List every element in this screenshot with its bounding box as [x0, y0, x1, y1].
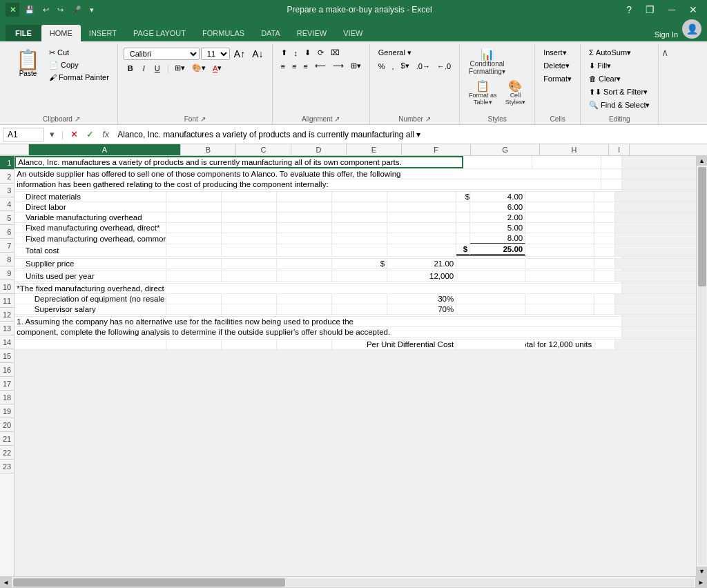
cell-b12[interactable]	[166, 259, 222, 268]
cell-h5[interactable]	[525, 192, 594, 202]
cell-b18[interactable]	[166, 304, 222, 314]
cell-b5[interactable]	[166, 192, 222, 202]
format-painter-button[interactable]: 🖌 Format Painter	[46, 72, 112, 83]
cell-g17[interactable]	[456, 294, 525, 304]
cell-a6[interactable]: Direct labor	[14, 202, 166, 212]
increase-decimal-button[interactable]: .0→	[414, 60, 433, 72]
cell-g5-value[interactable]: 4.00	[470, 192, 525, 202]
cell-a13[interactable]	[14, 269, 622, 271]
cell-f9[interactable]	[387, 233, 456, 244]
cell-b8[interactable]	[166, 223, 222, 233]
cell-f6[interactable]	[387, 202, 456, 212]
cell-h17[interactable]	[525, 294, 594, 304]
cell-a22[interactable]	[14, 337, 622, 339]
row-header-20[interactable]: 20	[0, 418, 14, 432]
cell-g6-dollar[interactable]	[456, 202, 470, 212]
cell-a1[interactable]: Alanco, Inc. manufactures a variety of p…	[14, 156, 463, 168]
col-header-a[interactable]: A	[29, 144, 181, 155]
cell-g14[interactable]	[456, 271, 525, 281]
top-align-button[interactable]: ⬆	[278, 47, 290, 59]
cell-h8[interactable]	[525, 223, 594, 233]
clear-button[interactable]: 🗑 Clear▾	[586, 73, 652, 85]
row-header-3[interactable]: 3	[0, 184, 14, 197]
cell-g5-dollar[interactable]: $	[456, 192, 470, 202]
cell-a11[interactable]	[14, 257, 622, 258]
qat-dropdown-button[interactable]: ▾	[87, 4, 97, 16]
cell-h18[interactable]	[525, 304, 594, 314]
cell-d23[interactable]	[277, 340, 332, 349]
formula-input[interactable]	[115, 128, 704, 141]
cell-a17[interactable]: Depreciation of equipment (no resale val…	[14, 294, 166, 304]
cell-e14[interactable]	[332, 271, 387, 281]
row-header-15[interactable]: 15	[0, 349, 14, 363]
cell-g23[interactable]	[456, 340, 525, 349]
cell-d6[interactable]	[277, 202, 332, 212]
cell-a9[interactable]: Fixed manufacturing overhead, common but…	[14, 233, 166, 244]
fill-color-button[interactable]: 🎨▾	[189, 62, 209, 74]
col-header-c[interactable]: C	[236, 144, 291, 155]
cell-f5[interactable]	[387, 192, 456, 202]
cell-a19[interactable]	[14, 315, 622, 316]
cell-a18[interactable]: Supervisor salary	[14, 304, 166, 314]
decrease-decimal-button[interactable]: ←.0	[434, 60, 454, 72]
font-color-button[interactable]: A▾	[210, 62, 224, 74]
row-header-19[interactable]: 19	[0, 404, 14, 418]
scroll-up-button[interactable]: ▲	[697, 156, 708, 166]
ribbon-collapse[interactable]: ∧	[659, 44, 668, 124]
cell-a3[interactable]: information has been gathered relating t…	[14, 179, 601, 189]
cell-h23[interactable]: Total for 12,000 units	[525, 340, 594, 349]
conditional-formatting-button[interactable]: 📊 ConditionalFormatting▾	[465, 47, 509, 77]
cell-c5[interactable]	[222, 192, 277, 202]
cell-d9[interactable]	[277, 233, 332, 244]
function-button[interactable]: fx	[99, 128, 112, 141]
cell-e8[interactable]	[332, 223, 387, 233]
cell-f14[interactable]: 12,000	[387, 271, 456, 281]
insert-cells-button[interactable]: Insert▾	[541, 47, 574, 59]
cell-c17[interactable]	[222, 294, 277, 304]
tab-insert[interactable]: INSERT	[81, 25, 125, 41]
cell-i17[interactable]	[594, 294, 615, 304]
row-header-17[interactable]: 17	[0, 377, 14, 391]
center-align-button[interactable]: ≡	[289, 60, 299, 72]
cell-i9[interactable]	[594, 233, 615, 244]
cell-d10[interactable]	[277, 244, 332, 256]
cell-g7-value[interactable]: 2.00	[470, 213, 525, 222]
row-header-8[interactable]: 8	[0, 253, 14, 266]
help-button[interactable]: ?	[622, 3, 636, 17]
cell-g1[interactable]	[463, 156, 532, 168]
cell-g12[interactable]	[456, 259, 525, 268]
cell-b6[interactable]	[166, 202, 222, 212]
increase-indent-button[interactable]: ⟶	[330, 60, 347, 72]
cell-e10[interactable]	[332, 244, 387, 256]
minimize-button[interactable]: ─	[664, 3, 679, 17]
cell-g10-value[interactable]: 25.00	[470, 244, 525, 256]
cell-c9[interactable]	[222, 233, 277, 244]
cell-a16[interactable]: *The fixed manufacturing overhead, direc…	[14, 284, 622, 293]
cell-i5[interactable]	[594, 192, 615, 202]
cell-a10[interactable]: Total cost	[14, 244, 166, 256]
scroll-down-button[interactable]: ▼	[697, 567, 708, 576]
cell-g9-value[interactable]: 8.00	[470, 233, 525, 244]
cell-ef23[interactable]: Per Unit Differential Cost	[332, 340, 456, 349]
cell-reference-box[interactable]: A1	[3, 128, 44, 141]
bottom-align-button[interactable]: ⬇	[302, 47, 313, 59]
row-header-18[interactable]: 18	[0, 391, 14, 404]
tab-page-layout[interactable]: PAGE LAYOUT	[125, 25, 194, 41]
cell-c6[interactable]	[222, 202, 277, 212]
cell-d12[interactable]	[277, 259, 332, 268]
find-select-button[interactable]: 🔍 Find & Select▾	[586, 99, 652, 111]
cell-g10-dollar[interactable]: $	[456, 244, 470, 256]
percent-button[interactable]: %	[376, 60, 388, 72]
cell-i23[interactable]	[594, 340, 615, 349]
dollar-button[interactable]: $▾	[398, 60, 412, 72]
cell-d7[interactable]	[277, 213, 332, 222]
cut-button[interactable]: ✂ Cut	[46, 47, 112, 59]
cell-c18[interactable]	[222, 304, 277, 314]
comma-button[interactable]: ,	[389, 60, 397, 72]
cell-d17[interactable]	[277, 294, 332, 304]
cell-c14[interactable]	[222, 271, 277, 281]
collapse-ribbon-button[interactable]: ∧	[661, 47, 668, 58]
cell-h10[interactable]	[525, 244, 594, 256]
scroll-left-button[interactable]: ◄	[0, 577, 12, 588]
increase-font-button[interactable]: A↑	[231, 47, 248, 61]
